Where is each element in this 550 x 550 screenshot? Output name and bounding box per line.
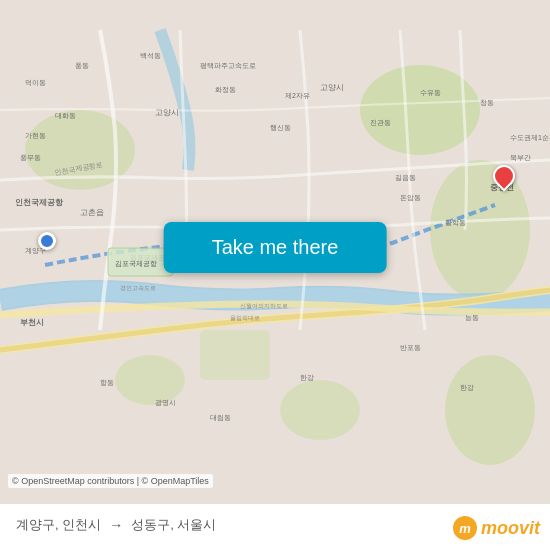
moovit-brand-name: moovit (481, 518, 540, 539)
svg-text:신월여의지하도로: 신월여의지하도로 (240, 303, 288, 309)
svg-text:수유동: 수유동 (420, 89, 441, 96)
svg-point-6 (445, 355, 535, 465)
svg-text:능동: 능동 (465, 314, 479, 321)
moovit-icon: m (453, 516, 477, 540)
svg-text:한강: 한강 (300, 374, 314, 381)
svg-text:백석동: 백석동 (140, 52, 161, 60)
svg-text:화정동: 화정동 (215, 86, 236, 93)
map-attribution: © OpenStreetMap contributors | © OpenMap… (8, 474, 213, 488)
svg-text:돈암동: 돈암동 (400, 194, 421, 202)
svg-text:한강: 한강 (460, 384, 474, 391)
svg-text:길음동: 길음동 (395, 174, 416, 182)
svg-text:북부간: 북부간 (510, 154, 531, 162)
take-me-there-button[interactable]: Take me there (164, 222, 387, 273)
origin-label: 계양구, 인천시 (16, 516, 101, 534)
svg-text:창동: 창동 (480, 99, 494, 106)
destination-label: 성동구, 서울시 (131, 516, 216, 534)
svg-text:광명시: 광명시 (155, 399, 176, 407)
svg-text:경인고속도로: 경인고속도로 (120, 285, 156, 291)
svg-text:행신동: 행신동 (270, 124, 291, 131)
svg-text:반포동: 반포동 (400, 344, 421, 351)
destination-marker (493, 165, 515, 187)
svg-text:인천국제공항: 인천국제공항 (15, 198, 64, 207)
svg-text:김포국제공항: 김포국제공항 (115, 260, 157, 268)
map-container: 인천국제공항로 경인고속도로 올림픽대로 신월여의지하도로 인천국제공항 부천시… (0, 0, 550, 550)
bottom-bar: 계양구, 인천시 → 성동구, 서울시 m moovit (0, 503, 550, 550)
attribution-text: © OpenStreetMap contributors | © OpenMap… (12, 476, 209, 486)
svg-text:풍동: 풍동 (75, 62, 89, 70)
route-info: 계양구, 인천시 → 성동구, 서울시 m moovit (16, 516, 534, 534)
svg-rect-7 (200, 330, 270, 380)
svg-text:가현동: 가현동 (25, 132, 46, 139)
svg-text:m: m (459, 521, 471, 536)
svg-text:덕이동: 덕이동 (25, 79, 46, 87)
svg-point-5 (115, 355, 185, 405)
svg-text:고양시: 고양시 (155, 108, 179, 117)
svg-point-3 (280, 380, 360, 440)
svg-text:부천시: 부천시 (20, 318, 44, 327)
svg-text:수도권제1순환: 수도권제1순환 (510, 134, 550, 141)
svg-text:고촌읍: 고촌읍 (80, 208, 104, 217)
origin-marker (38, 232, 56, 250)
map-background: 인천국제공항로 경인고속도로 올림픽대로 신월여의지하도로 인천국제공항 부천시… (0, 0, 550, 550)
svg-text:제2자유: 제2자유 (285, 92, 310, 99)
svg-text:항동: 항동 (100, 379, 114, 386)
route-arrow-icon: → (109, 517, 123, 533)
svg-text:대화동: 대화동 (55, 112, 76, 119)
moovit-logo: m moovit (453, 516, 540, 540)
svg-text:올림픽대로: 올림픽대로 (230, 315, 260, 321)
svg-point-2 (430, 160, 530, 300)
svg-text:평택파주고속도로: 평택파주고속도로 (200, 62, 256, 70)
svg-text:진관동: 진관동 (370, 119, 391, 126)
svg-text:풍무동: 풍무동 (20, 154, 41, 162)
svg-text:고양시: 고양시 (320, 83, 344, 92)
svg-text:대림동: 대림동 (210, 414, 231, 422)
svg-text:황학동: 황학동 (445, 219, 466, 227)
